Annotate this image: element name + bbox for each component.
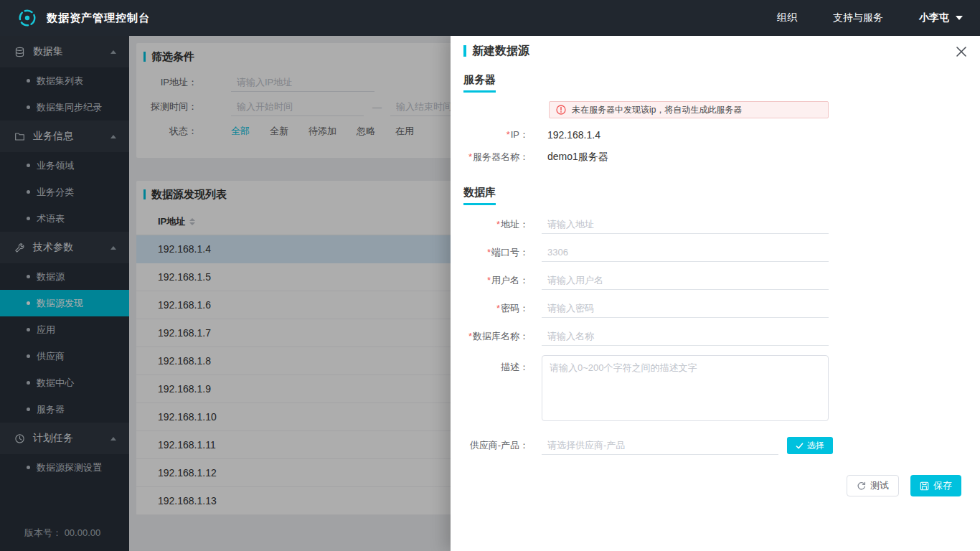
address-label: *地址： [451, 218, 529, 231]
ip-field-label: *IP： [451, 128, 529, 141]
drawer-title: 新建数据源 [472, 44, 529, 59]
topbar: 数据资产管理控制台 组织 支持与服务 小李屯 [0, 0, 980, 36]
check-icon [796, 442, 804, 450]
app-title: 数据资产管理控制台 [47, 11, 150, 25]
address-input[interactable] [542, 215, 829, 234]
test-button[interactable]: 测试 [847, 475, 899, 496]
close-icon[interactable] [954, 44, 969, 59]
topnav-organization[interactable]: 组织 [777, 11, 797, 24]
new-datasource-drawer: 新建数据源 服务器 未在服务器中发现该ip，将自动生成此服务器 *IP： 192… [451, 36, 980, 551]
required-asterisk: * [487, 275, 491, 286]
server-section-title: 服务器 [463, 73, 496, 93]
required-asterisk: * [496, 303, 500, 314]
port-input[interactable] [542, 243, 829, 262]
vendor-label: 供应商-产品： [451, 439, 529, 452]
username-input[interactable] [542, 271, 829, 290]
port-label: *端口号： [451, 246, 529, 259]
server-name-value: demo1服务器 [547, 151, 608, 164]
select-vendor-button[interactable]: 选择 [787, 437, 833, 454]
user-name: 小李屯 [919, 11, 949, 24]
field-row-ip: *IP： 192.168.1.4 [451, 128, 980, 141]
top-navigation: 组织 支持与服务 小李屯 [741, 11, 963, 24]
required-asterisk: * [468, 151, 472, 162]
save-icon [920, 481, 929, 491]
username-label: *用户名： [451, 274, 529, 287]
field-row-dbname: *数据库名称： [451, 327, 980, 346]
required-asterisk: * [507, 129, 510, 140]
field-row-description: 描述： [451, 355, 980, 421]
database-section-title: 数据库 [463, 186, 496, 205]
password-input[interactable] [542, 299, 829, 318]
chevron-down-icon [956, 16, 963, 20]
warning-icon [556, 105, 566, 115]
save-button[interactable]: 保存 [910, 475, 961, 496]
accent-bar [463, 45, 466, 57]
refresh-icon [857, 481, 866, 491]
user-menu[interactable]: 小李屯 [919, 11, 963, 24]
description-label: 描述： [451, 355, 529, 374]
vendor-input[interactable] [542, 436, 778, 455]
field-row-username: *用户名： [451, 271, 980, 290]
ip-value: 192.168.1.4 [547, 129, 600, 141]
field-row-server-name: *服务器名称： demo1服务器 [451, 151, 980, 164]
description-textarea[interactable] [542, 355, 829, 421]
dbname-label: *数据库名称： [451, 330, 529, 343]
required-asterisk: * [496, 219, 500, 230]
server-name-label: *服务器名称： [451, 151, 529, 164]
required-asterisk: * [468, 331, 472, 342]
drawer-footer: 测试 保存 [451, 475, 980, 496]
field-row-port: *端口号： [451, 243, 980, 262]
field-row-password: *密码： [451, 299, 980, 318]
field-row-vendor: 供应商-产品： 选择 [451, 436, 980, 455]
app-logo-icon [17, 8, 37, 28]
required-asterisk: * [487, 247, 491, 258]
alert-text: 未在服务器中发现该ip，将自动生成此服务器 [572, 104, 742, 116]
dbname-input[interactable] [542, 327, 829, 346]
password-label: *密码： [451, 302, 529, 315]
drawer-header: 新建数据源 [451, 36, 980, 66]
topnav-support[interactable]: 支持与服务 [833, 11, 883, 24]
field-row-address: *地址： [451, 215, 980, 234]
server-alert: 未在服务器中发现该ip，将自动生成此服务器 [549, 101, 829, 118]
